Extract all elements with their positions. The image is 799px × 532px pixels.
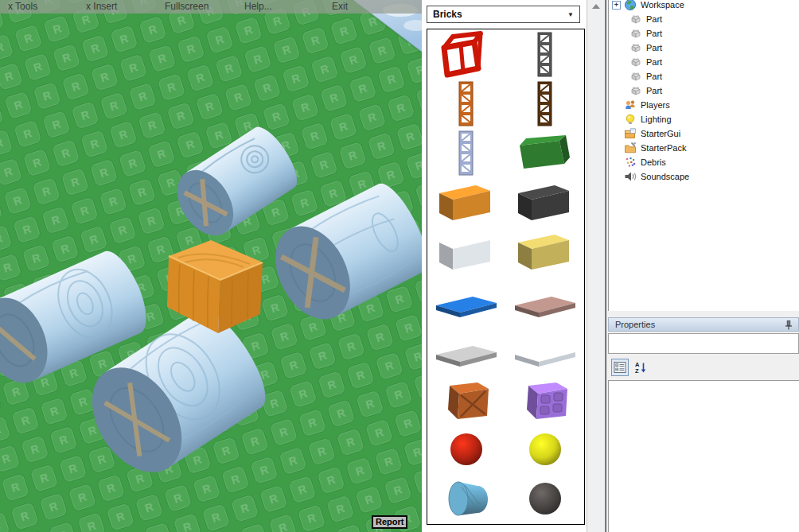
scene-canvas: R [0,0,422,532]
brick-item-orange-brick[interactable] [427,177,506,227]
properties-title: Properties [615,320,655,329]
explorer-item-label: Players [641,100,670,110]
purple-panel-cube-thumbnail [507,375,583,423]
brick-item-blue-plate[interactable] [427,276,506,325]
brick-item-green-wedge[interactable] [506,128,585,177]
brick-item-yellow-ball[interactable] [506,424,585,473]
part-brick-icon [629,70,642,83]
explorer-tree[interactable]: + Workspace Part Part Part Part Part [608,0,799,311]
yellow-ball-thumbnail [507,425,583,472]
expander-slot: + [612,1,624,10]
viewport-menubar: x Tools x Insert Fullscreen Help... Exit [0,0,422,14]
toolbox-panel: Bricks ▼ [422,0,587,532]
blue-truss-thumbnail [428,129,505,177]
white-plate-thumbnail [507,326,583,374]
explorer-item-lighting[interactable]: Lighting [609,112,799,126]
categorized-icon [614,361,626,374]
pin-icon[interactable] [783,320,794,331]
category-dropdown-value: Bricks [433,9,462,20]
explorer-item-startergui[interactable]: StarterGui [609,126,799,141]
menu-exit[interactable]: Exit [332,1,348,12]
brick-item-purple-panel-cube[interactable] [506,375,585,424]
black-ball-thumbnail [507,474,583,522]
explorer-item-label: Part [646,43,662,52]
expand-plus-icon[interactable]: + [612,1,621,10]
explorer-item-debris[interactable]: Debris [609,155,799,169]
green-wedge-thumbnail [507,129,583,177]
properties-header[interactable]: Properties [608,317,799,332]
chevron-down-icon: ▼ [567,6,574,23]
brick-list[interactable] [427,29,585,525]
part-brick-icon [629,56,642,68]
soundscape-speaker-icon [624,170,637,183]
menu-help[interactable]: Help... [244,1,272,12]
brick-item-gray-plate[interactable] [427,325,506,375]
explorer-item-starterpack[interactable]: StarterPack [609,141,799,155]
svg-text:Z: Z [635,367,639,374]
explorer-item-label: Part [646,57,662,67]
brick-item-blue-cylinder[interactable] [427,473,506,522]
explorer-item-part[interactable]: Part [609,83,799,98]
properties-object-selector[interactable] [608,333,799,354]
orange-truss-thumbnail [428,80,505,127]
menu-fullscreen[interactable]: Fullscreen [165,1,209,12]
explorer-item-label: Part [646,29,662,38]
rust-crate-cube-thumbnail [428,375,505,423]
explorer-item-soundscape[interactable]: Soundscape [609,169,799,184]
workspace-globe-icon [624,0,637,11]
menu-insert[interactable]: x Insert [86,1,117,12]
starterpack-icon [624,142,637,154]
explorer-item-label: Soundscape [641,172,689,181]
explorer-item-players[interactable]: Players [609,98,799,112]
explorer-item-label: StarterPack [641,143,686,153]
menu-tools[interactable]: x Tools [8,1,37,12]
explorer-item-part[interactable]: Part [609,12,799,26]
debris-icon [624,156,637,169]
report-button[interactable]: Report [372,515,407,529]
brick-item-white-plate[interactable] [506,325,585,375]
mauve-plate-thumbnail [507,277,583,324]
brick-item-brown-truss[interactable] [506,79,585,128]
scroll-up-icon[interactable] [592,4,600,9]
part-brick-icon [629,13,642,25]
startergui-icon [624,127,637,140]
brick-item-gray-truss[interactable] [506,29,585,79]
brick-item-red-girder-cube[interactable] [427,29,506,79]
black-brick-thumbnail [507,178,583,226]
explorer-item-part[interactable]: Part [609,69,799,83]
gray-plate-thumbnail [428,326,505,374]
explorer-item-workspace[interactable]: + Workspace [609,0,799,12]
toolbox-scrollbar[interactable] [587,0,606,532]
alphabetical-sort-button[interactable]: A Z [632,359,649,376]
part-brick-icon [629,41,642,54]
brown-truss-thumbnail [507,80,583,127]
brick-item-black-ball[interactable] [506,473,585,522]
categorized-view-button[interactable] [611,359,629,376]
brick-item-black-brick[interactable] [506,177,585,227]
explorer-item-part[interactable]: Part [609,55,799,69]
brick-item-mauve-plate[interactable] [506,276,585,325]
explorer-item-label: Part [646,72,662,81]
explorer-item-label: Workspace [641,0,684,10]
part-brick-icon [629,84,642,97]
explorer-item-label: StarterGui [641,129,680,138]
properties-grid[interactable] [608,380,799,532]
part-brick-icon [629,27,642,40]
lighting-bulb-icon [624,113,637,126]
explorer-item-label: Part [646,14,662,24]
brick-item-blue-truss[interactable] [427,128,506,177]
brick-item-white-brick[interactable] [427,227,506,276]
gold-brick-thumbnail [507,227,583,275]
explorer-item-part[interactable]: Part [609,41,799,55]
red-ball-thumbnail [428,425,505,472]
brick-item-rust-crate-cube[interactable] [427,375,506,424]
explorer-item-part[interactable]: Part [609,26,799,41]
category-dropdown[interactable]: Bricks ▼ [427,6,580,23]
brick-item-gold-brick[interactable] [506,227,585,276]
sort-az-icon: A Z [634,361,647,374]
brick-item-red-ball[interactable] [427,424,506,473]
3d-viewport[interactable]: R [0,0,422,532]
blue-cylinder-thumbnail [428,474,505,522]
roblox-studio-window: R [0,0,799,532]
brick-item-orange-truss[interactable] [427,79,506,128]
